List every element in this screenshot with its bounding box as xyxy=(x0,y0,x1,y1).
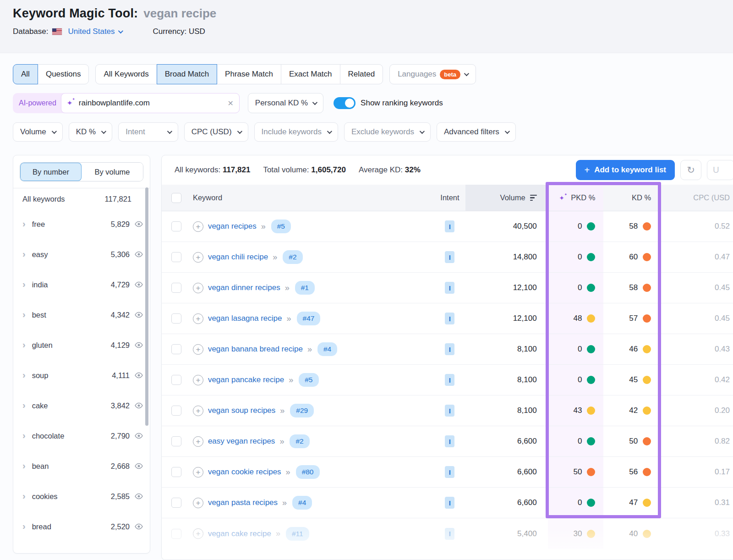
keyword-link[interactable]: vegan recipes xyxy=(208,222,257,231)
add-keyword-icon[interactable]: + xyxy=(193,221,203,232)
sidebar-item-cookies[interactable]: › cookies 2,585 xyxy=(13,481,150,511)
cpc-column-header[interactable]: CPC (USD xyxy=(659,185,733,211)
drill-down-icon[interactable]: » xyxy=(282,498,286,508)
row-checkbox[interactable] xyxy=(171,529,181,539)
exclude-keywords-filter[interactable]: Exclude keywords xyxy=(344,122,431,142)
tab-questions[interactable]: Questions xyxy=(38,64,89,84)
row-checkbox[interactable] xyxy=(171,344,181,354)
keyword-link[interactable]: easy vegan recipes xyxy=(208,437,275,446)
tab-all[interactable]: All xyxy=(13,64,38,84)
kd-filter[interactable]: KD % xyxy=(69,122,112,142)
pkd-column-header[interactable]: ✦ PKD % xyxy=(548,185,604,211)
keyword-link[interactable]: vegan lasagna recipe xyxy=(208,314,282,323)
table-row[interactable]: + vegan banana bread recipe » #4 I 8,100… xyxy=(162,334,733,365)
personal-kd-dropdown[interactable]: Personal KD % xyxy=(248,93,323,113)
drill-down-icon[interactable]: » xyxy=(289,375,292,385)
add-keyword-icon[interactable]: + xyxy=(193,252,203,263)
drill-down-icon[interactable]: » xyxy=(261,222,265,231)
tab-by-number[interactable]: By number xyxy=(20,163,82,181)
row-checkbox[interactable] xyxy=(171,467,181,477)
drill-down-icon[interactable]: » xyxy=(307,345,311,354)
add-keyword-icon[interactable]: + xyxy=(193,467,203,478)
row-checkbox[interactable] xyxy=(171,406,181,416)
row-checkbox[interactable] xyxy=(171,313,181,324)
intent-column-header[interactable]: Intent xyxy=(434,185,465,211)
tab-by-volume[interactable]: By volume xyxy=(82,163,143,181)
keyword-link[interactable]: vegan dinner recipes xyxy=(208,283,280,292)
sidebar-item-chocolate[interactable]: › chocolate 2,790 xyxy=(13,421,150,451)
eye-icon[interactable] xyxy=(134,250,143,259)
row-checkbox[interactable] xyxy=(171,498,181,508)
drill-down-icon[interactable]: » xyxy=(285,283,289,293)
add-keyword-icon[interactable]: + xyxy=(193,436,203,447)
sidebar-item-all-keywords[interactable]: All keywords 117,821 xyxy=(13,188,150,209)
add-keyword-icon[interactable]: + xyxy=(193,313,203,324)
tab-broad-match[interactable]: Broad Match xyxy=(157,64,217,84)
add-keyword-icon[interactable]: + xyxy=(193,528,203,539)
eye-icon[interactable] xyxy=(134,220,143,229)
row-checkbox[interactable] xyxy=(171,252,181,262)
cpc-filter[interactable]: CPC (USD) xyxy=(184,122,248,142)
table-row[interactable]: + vegan dinner recipes » #1 I 12,100 0 5… xyxy=(162,273,733,303)
add-to-keyword-list-button[interactable]: + Add to keyword list xyxy=(576,160,675,180)
sidebar-item-easy[interactable]: › easy 5,306 xyxy=(13,239,150,269)
add-keyword-icon[interactable]: + xyxy=(193,283,203,293)
sidebar-item-cake[interactable]: › cake 3,842 xyxy=(13,390,150,421)
add-keyword-icon[interactable]: + xyxy=(193,344,203,355)
sidebar-item-free[interactable]: › free 5,829 xyxy=(13,209,150,239)
eye-icon[interactable] xyxy=(134,280,143,289)
sidebar-item-india[interactable]: › india 4,729 xyxy=(13,269,150,300)
kd-column-header[interactable]: KD % xyxy=(603,185,659,211)
eye-icon[interactable] xyxy=(134,310,143,319)
add-keyword-icon[interactable]: + xyxy=(193,406,203,416)
table-row[interactable]: + easy vegan recipes » #2 I 6,600 0 50 0… xyxy=(162,426,733,457)
keyword-link[interactable]: vegan soup recipes xyxy=(208,406,275,415)
drill-down-icon[interactable]: » xyxy=(280,406,284,416)
eye-icon[interactable] xyxy=(134,431,143,440)
row-checkbox[interactable] xyxy=(171,436,181,446)
eye-icon[interactable] xyxy=(134,461,143,471)
database-selector[interactable]: United States xyxy=(52,27,122,36)
table-row[interactable]: + vegan recipes » #5 I 40,500 0 58 0.52 xyxy=(162,211,733,242)
tab-all-keywords[interactable]: All Keywords xyxy=(95,64,157,84)
eye-icon[interactable] xyxy=(134,401,143,410)
sidebar-item-soup[interactable]: › soup 4,111 xyxy=(13,360,150,390)
intent-filter[interactable]: Intent xyxy=(118,122,178,142)
drill-down-icon[interactable]: » xyxy=(273,253,276,262)
row-checkbox[interactable] xyxy=(171,283,181,293)
advanced-filters[interactable]: Advanced filters xyxy=(437,122,516,142)
table-row[interactable]: + vegan pancake recipe » #5 I 8,100 0 45… xyxy=(162,365,733,395)
eye-icon[interactable] xyxy=(134,371,143,380)
keyword-link[interactable]: vegan pasta recipes xyxy=(208,498,278,507)
domain-input[interactable]: ✦ rainbowplantlife.com ✕ xyxy=(61,93,240,113)
keyword-link[interactable]: vegan cookie recipes xyxy=(208,467,281,477)
keyword-link[interactable]: vegan pancake recipe xyxy=(208,375,284,384)
table-row[interactable]: + vegan chili recipe » #2 I 14,800 0 60 … xyxy=(162,242,733,273)
languages-dropdown[interactable]: Languages beta xyxy=(389,64,476,84)
refresh-button[interactable]: ↻ xyxy=(680,160,701,180)
keyword-link[interactable]: vegan cake recipe xyxy=(208,529,271,538)
sidebar-item-bean[interactable]: › bean 2,668 xyxy=(13,451,150,481)
show-ranking-toggle[interactable] xyxy=(334,97,356,109)
table-row[interactable]: + vegan soup recipes » #29 I 8,100 43 42… xyxy=(162,395,733,426)
volume-filter[interactable]: Volume xyxy=(13,122,63,142)
select-all-checkbox[interactable] xyxy=(171,193,181,203)
include-keywords-filter[interactable]: Include keywords xyxy=(254,122,338,142)
drill-down-icon[interactable]: » xyxy=(279,437,283,446)
add-keyword-icon[interactable]: + xyxy=(193,375,203,385)
tab-phrase-match[interactable]: Phrase Match xyxy=(217,64,281,84)
drill-down-icon[interactable]: » xyxy=(287,314,290,324)
tab-related[interactable]: Related xyxy=(340,64,383,84)
drill-down-icon[interactable]: » xyxy=(286,467,290,477)
keyword-link[interactable]: vegan banana bread recipe xyxy=(208,345,303,354)
volume-column-header[interactable]: Volume xyxy=(465,185,548,211)
table-row[interactable]: + vegan cookie recipes » #80 I 6,600 50 … xyxy=(162,457,733,488)
table-row[interactable]: + vegan lasagna recipe » #47 I 12,100 48… xyxy=(162,303,733,334)
eye-icon[interactable] xyxy=(134,522,143,531)
add-keyword-icon[interactable]: + xyxy=(193,498,203,508)
sidebar-item-best[interactable]: › best 4,342 xyxy=(13,300,150,330)
keyword-link[interactable]: vegan chili recipe xyxy=(208,253,268,262)
cut-off-button[interactable]: U xyxy=(707,160,733,180)
eye-icon[interactable] xyxy=(134,340,143,350)
keyword-column-header[interactable]: Keyword xyxy=(191,185,434,211)
